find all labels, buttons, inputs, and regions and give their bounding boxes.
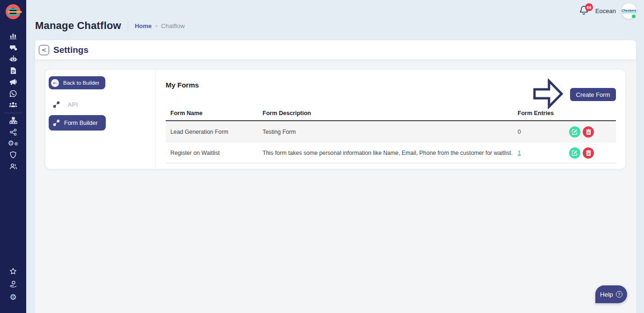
topbar: 66 Eocean Checkers [579,2,637,19]
form-description-cell: Testing Form [263,129,518,135]
breadcrumb-separator: › [155,22,157,29]
breadcrumb: Home › Chatflow [135,22,185,29]
help-button[interactable]: Help ? [595,285,627,303]
users-outline-icon[interactable] [0,161,26,173]
settings-panel: < Settings ← Back to Builder API Form Bu… [35,40,636,313]
table-row: Register on Waitlist This form takes som… [166,143,616,163]
back-to-builder-label: Back to Builder [63,80,99,86]
row-actions [569,126,616,138]
edit-pencil-icon [572,129,578,135]
online-status-dot [631,14,636,19]
entries-link[interactable]: 1 [518,150,521,156]
robot-icon[interactable] [0,53,26,65]
sitemap-icon[interactable] [0,115,26,127]
svg-text:$: $ [13,281,14,284]
hand-dollar-icon[interactable]: $ [0,277,26,291]
forms-table: Form Name Form Description Form Entries … [166,106,616,163]
breadcrumb-home-link[interactable]: Home [135,22,152,29]
trash-icon [586,129,591,135]
menu-item-api-label: API [68,102,78,108]
document-icon[interactable] [0,65,26,77]
user-name: Eocean [595,7,616,15]
edit-button[interactable] [569,126,580,138]
back-to-builder-button[interactable]: ← Back to Builder [49,76,105,89]
menu-item-api[interactable]: API [51,101,155,108]
star-icon[interactable] [0,264,26,277]
avatar[interactable]: Checkers [621,3,637,19]
delete-button[interactable] [583,126,594,138]
gear-icon[interactable]: ⚙ [0,291,26,304]
settings-bar: < Settings [35,40,636,59]
form-description-cell: This form takes some personal informatio… [263,150,518,156]
menu-item-form-builder[interactable]: Form Builder [49,115,106,131]
trash-icon [586,150,591,156]
eocean-logo-icon [0,0,26,26]
form-entries-cell: 0 [518,129,569,135]
sidebar-nav: ⚙⚙ [0,30,26,172]
table-header-row: Form Name Form Description Form Entries [166,106,616,121]
edit-button[interactable] [569,147,580,159]
shield-icon[interactable] [0,149,26,161]
settings-title: Settings [53,45,88,55]
breadcrumb-divider [128,21,128,31]
form-entries-cell: 1 [518,150,569,156]
question-circle-icon: ? [616,291,622,298]
my-forms-section: My Forms Create Form Form Name Form Desc… [156,70,625,169]
sidebar: ⚙⚙ $ ⚙ [0,0,26,313]
col-header-form-name: Form Name [170,110,263,116]
menu-item-form-builder-label: Form Builder [64,120,98,126]
col-header-form-entries: Form Entries [518,110,569,116]
page-title: Manage Chatflow [35,20,121,32]
avatar-brand-text: Checkers [622,9,637,13]
sidebar-divider [4,113,22,113]
edit-pencil-icon [572,150,578,156]
team-icon[interactable] [0,99,26,111]
megaphone-icon[interactable] [0,76,26,88]
form-name-cell: Lead Generation Form [170,129,263,135]
chat-icon[interactable] [0,42,26,54]
back-chevron-button[interactable]: < [39,45,49,55]
gears-icon[interactable]: ⚙⚙ [0,138,26,150]
col-header-form-description: Form Description [263,110,518,116]
forms-card: ← Back to Builder API Form Builder My Fo… [45,70,625,169]
whatsapp-icon[interactable] [0,88,26,100]
form-name-cell: Register on Waitlist [170,150,263,156]
arrow-left-circle-icon: ← [51,79,59,87]
table-row: Lead Generation Form Testing Form 0 [166,121,616,143]
share-nodes-icon[interactable] [0,126,26,138]
link-icon [53,119,60,126]
delete-button[interactable] [583,147,594,159]
builder-side-menu: ← Back to Builder API Form Builder [45,70,156,169]
help-label: Help [600,291,613,298]
create-form-button[interactable]: Create Form [570,88,616,101]
sidebar-bottom-nav: $ ⚙ [0,264,26,304]
bar-chart-icon[interactable] [0,30,26,42]
row-actions [569,147,616,159]
breadcrumb-current: Chatflow [161,22,185,29]
notification-bell-icon[interactable]: 66 [579,5,590,17]
pointer-arrow-graphic [533,78,563,109]
link-icon [53,101,60,108]
notification-count-badge: 66 [585,3,593,11]
page-head: Manage Chatflow Home › Chatflow [35,20,185,32]
